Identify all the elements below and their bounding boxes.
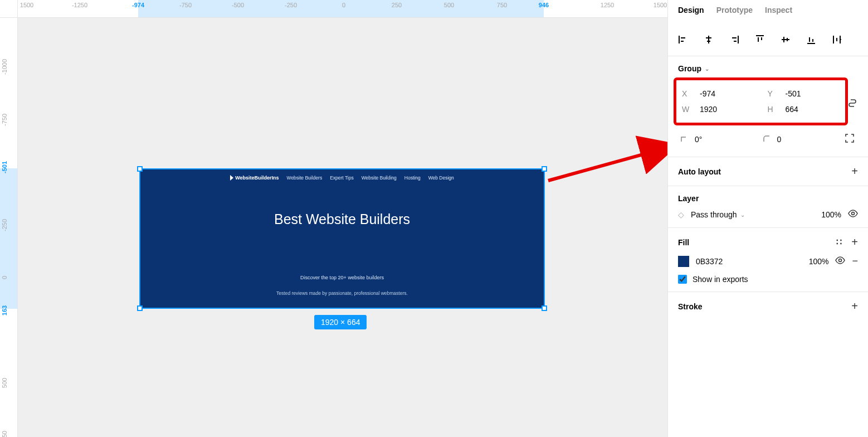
- resize-handle-bottom-left[interactable]: [137, 305, 143, 311]
- ruler-tick: 500: [444, 2, 454, 8]
- ruler-tick: 163: [1, 305, 8, 315]
- ruler-tick: -750: [1, 114, 8, 126]
- align-right-icon[interactable]: [729, 35, 739, 45]
- align-left-icon[interactable]: [678, 35, 688, 45]
- corner-radius-field[interactable]: 0: [763, 133, 832, 145]
- frame-nav: WebsiteBuilderIns Website Builders Exper…: [140, 169, 544, 181]
- tab-prototype[interactable]: Prototype: [716, 6, 753, 25]
- add-fill-button[interactable]: +: [851, 236, 858, 249]
- ruler-tick: -1250: [72, 2, 87, 8]
- frame-subtitle-1: Discover the top 20+ website builders: [140, 275, 544, 280]
- add-stroke-button[interactable]: +: [851, 300, 858, 313]
- selected-frame[interactable]: WebsiteBuilderIns Website Builders Exper…: [139, 168, 545, 309]
- show-in-exports-label: Show in exports: [693, 275, 748, 284]
- properties-panel: Design Prototype Inspect Group ⌄ X-974 Y…: [667, 0, 868, 437]
- ruler-tick: -500: [232, 2, 244, 8]
- svg-point-2: [839, 259, 842, 261]
- ruler-tick: 750: [497, 2, 507, 8]
- ruler-tick: 750: [1, 431, 8, 437]
- panel-tabs: Design Prototype Inspect: [668, 0, 868, 25]
- individual-corners-icon[interactable]: [845, 133, 855, 145]
- remove-fill-button[interactable]: −: [852, 255, 858, 267]
- distribute-icon[interactable]: [832, 35, 842, 45]
- ruler-selection-range: [138, 0, 544, 17]
- style-icon[interactable]: ∷: [836, 237, 841, 247]
- fill-title: Fill: [678, 238, 689, 247]
- selection-size-badge: 1920 × 664: [314, 315, 367, 329]
- ruler-tick: 946: [539, 2, 549, 8]
- rotation-field[interactable]: 0°: [680, 133, 749, 145]
- ruler-tick: -750: [179, 2, 192, 8]
- ruler-selection-range: [0, 168, 17, 309]
- position-size-highlight: X-974 Y-501 W1920 H664: [674, 77, 848, 125]
- tab-design[interactable]: Design: [678, 6, 704, 25]
- visibility-toggle-icon[interactable]: [848, 210, 858, 220]
- resize-handle-top-right[interactable]: [542, 166, 547, 172]
- frame-subtitle-2: Tested reviews made by passionate, profe…: [140, 290, 544, 296]
- nav-item: Website Builders: [287, 175, 323, 181]
- nav-item: Expert Tips: [330, 175, 354, 181]
- align-vcenter-icon[interactable]: [781, 35, 791, 45]
- ruler-tick: 1500: [20, 2, 33, 8]
- nav-item: Website Building: [362, 175, 397, 181]
- resize-handle-bottom-right[interactable]: [542, 305, 547, 311]
- ruler-tick: -250: [285, 2, 297, 8]
- svg-line-0: [548, 146, 667, 181]
- auto-layout-label: Auto layout: [678, 167, 721, 176]
- align-section: [668, 25, 868, 56]
- y-field[interactable]: Y-501: [768, 89, 840, 98]
- auto-layout-section: Auto layout +: [668, 157, 868, 186]
- frame-hero-title: Best Website Builders: [140, 211, 544, 227]
- fill-hex-field[interactable]: 0B3372: [696, 257, 802, 266]
- width-field[interactable]: W1920: [682, 105, 754, 114]
- stroke-section: Stroke +: [668, 292, 868, 321]
- nav-item: Hosting: [404, 175, 421, 181]
- layer-title: Layer: [678, 194, 699, 203]
- align-bottom-icon[interactable]: [806, 35, 816, 45]
- layer-type-label: Group: [678, 64, 701, 73]
- canvas[interactable]: WebsiteBuilderIns Website Builders Exper…: [18, 18, 667, 437]
- ruler-corner: [0, 0, 18, 18]
- align-hcenter-icon[interactable]: [704, 35, 714, 45]
- transform-section: Group ⌄ X-974 Y-501 W1920 H664 0° 0: [668, 56, 868, 157]
- height-field[interactable]: H664: [768, 105, 840, 114]
- horizontal-ruler[interactable]: 1500-1250-974-750-500-250025050075094612…: [18, 0, 667, 18]
- chevron-down-icon[interactable]: ⌄: [705, 66, 709, 72]
- x-field[interactable]: X-974: [682, 89, 754, 98]
- fill-opacity-field[interactable]: 100%: [809, 257, 829, 266]
- constrain-proportions-icon[interactable]: [848, 99, 857, 111]
- ruler-tick: 0: [342, 2, 345, 8]
- resize-handle-top-left[interactable]: [137, 166, 143, 172]
- layer-opacity-field[interactable]: 100%: [821, 210, 841, 219]
- ruler-tick: -501: [1, 161, 8, 173]
- add-auto-layout-button[interactable]: +: [851, 165, 858, 178]
- ruler-tick: 1250: [601, 2, 614, 8]
- ruler-tick: -250: [1, 219, 8, 231]
- blend-mode-icon: ◇: [678, 210, 684, 219]
- stroke-title: Stroke: [678, 302, 703, 311]
- layer-section: Layer ◇ Pass through⌄ 100%: [668, 186, 868, 228]
- frame-logo: WebsiteBuilderIns: [230, 175, 279, 181]
- vertical-ruler[interactable]: -1000-750-501-2500163500750: [0, 18, 18, 437]
- blend-mode-select[interactable]: Pass through⌄: [691, 210, 815, 219]
- align-top-icon[interactable]: [755, 35, 765, 45]
- fill-color-swatch[interactable]: [678, 256, 689, 267]
- ruler-tick: -1000: [1, 59, 8, 75]
- show-in-exports-checkbox[interactable]: [678, 275, 687, 284]
- logo-icon: [230, 175, 233, 181]
- ruler-tick: 500: [1, 378, 8, 388]
- ruler-tick: 1500: [654, 2, 667, 8]
- tab-inspect[interactable]: Inspect: [765, 6, 792, 25]
- ruler-tick: -974: [132, 2, 144, 8]
- logo-text: WebsiteBuilderIns: [235, 175, 279, 181]
- ruler-tick: 0: [1, 276, 8, 279]
- fill-visibility-icon[interactable]: [835, 256, 845, 266]
- nav-item: Web Design: [428, 175, 454, 181]
- fill-section: Fill ∷ + 0B3372 100% − Show in exports: [668, 228, 868, 292]
- svg-point-1: [852, 212, 855, 215]
- annotation-arrow: [545, 129, 667, 185]
- ruler-tick: 250: [392, 2, 402, 8]
